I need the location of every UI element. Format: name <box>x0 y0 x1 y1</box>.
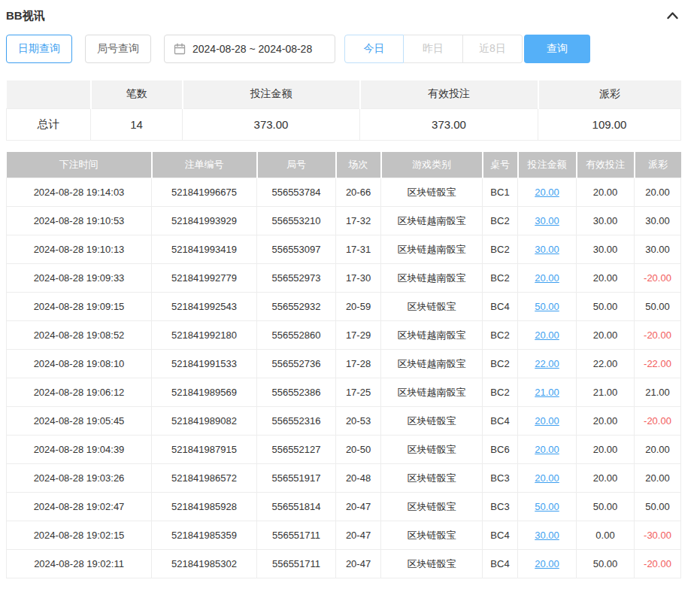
payout-cell: -30.00 <box>635 521 681 550</box>
bet-time-cell: 2024-08-28 19:08:10 <box>7 350 152 378</box>
col-header-session: 场次 <box>336 152 381 178</box>
col-header-bet-time: 下注时间 <box>7 152 152 178</box>
game-type-cell: 区块链越南骰宝 <box>381 378 483 407</box>
table-number-cell: BC2 <box>483 235 518 264</box>
col-header-table-number: 桌号 <box>483 152 518 178</box>
col-header-round-number: 局号 <box>257 152 336 178</box>
valid-bet-cell: 50.00 <box>577 493 635 521</box>
filter-bar: 日期查询 局号查询 2024-08-28 ~ 2024-08-28 今日 昨日 … <box>6 35 688 63</box>
bet-amount-link[interactable]: 50.00 <box>518 293 577 321</box>
game-type-cell: 区块链越南骰宝 <box>381 350 483 378</box>
last8days-button[interactable]: 近8日 <box>463 35 523 63</box>
table-row: 2024-08-28 19:02:47 521841985928 5565518… <box>7 493 681 521</box>
valid-bet-cell: 20.00 <box>577 321 635 350</box>
bet-amount-link[interactable]: 30.00 <box>518 207 577 235</box>
today-button[interactable]: 今日 <box>344 35 404 63</box>
bet-amount-link[interactable]: 20.00 <box>518 264 577 293</box>
bet-amount-link[interactable]: 21.00 <box>518 378 577 407</box>
table-number-cell: BC4 <box>483 407 518 436</box>
game-type-cell: 区块链越南骰宝 <box>381 207 483 235</box>
round-query-button[interactable]: 局号查询 <box>85 35 151 63</box>
session-cell: 17-32 <box>336 207 381 235</box>
bet-time-cell: 2024-08-28 19:06:12 <box>7 378 152 407</box>
bet-amount-link[interactable]: 22.00 <box>518 350 577 378</box>
date-range-input[interactable]: 2024-08-28 ~ 2024-08-28 <box>164 35 335 63</box>
date-query-button[interactable]: 日期查询 <box>6 35 72 63</box>
table-row: 2024-08-28 19:02:11 521841985302 5565517… <box>7 550 681 578</box>
summary-count-value: 14 <box>91 108 183 140</box>
bet-time-cell: 2024-08-28 19:02:47 <box>7 493 152 521</box>
order-number-cell: 521841993419 <box>152 235 257 264</box>
bet-time-cell: 2024-08-28 19:02:11 <box>7 550 152 578</box>
session-cell: 20-66 <box>336 178 381 207</box>
chevron-up-icon <box>666 11 679 21</box>
bet-amount-link[interactable]: 20.00 <box>518 436 577 464</box>
order-number-cell: 521841992779 <box>152 264 257 293</box>
col-header-game-type: 游戏类别 <box>381 152 483 178</box>
table-row: 2024-08-28 19:08:52 521841992180 5565528… <box>7 321 681 350</box>
order-number-cell: 521841992180 <box>152 321 257 350</box>
table-number-cell: BC3 <box>483 493 518 521</box>
collapse-button[interactable] <box>665 9 680 23</box>
session-cell: 20-48 <box>336 464 381 493</box>
search-button[interactable]: 查询 <box>524 35 590 63</box>
summary-header-row: 笔数 投注金额 有效投注 派彩 <box>7 80 681 108</box>
bet-amount-link[interactable]: 20.00 <box>518 550 577 578</box>
round-number-cell: 556553210 <box>257 207 336 235</box>
table-row: 2024-08-28 19:02:15 521841985359 5565517… <box>7 521 681 550</box>
bet-amount-link[interactable]: 20.00 <box>518 178 577 207</box>
table-number-cell: BC2 <box>483 321 518 350</box>
game-type-cell: 区块链越南骰宝 <box>381 264 483 293</box>
payout-cell: -20.00 <box>635 321 681 350</box>
page-title: BB视讯 <box>6 9 45 23</box>
order-number-cell: 521841985928 <box>152 493 257 521</box>
valid-bet-cell: 30.00 <box>577 235 635 264</box>
payout-cell: 20.00 <box>635 178 681 207</box>
table-number-cell: BC1 <box>483 178 518 207</box>
col-header-valid-bet: 有效投注 <box>577 152 635 178</box>
quick-date-group: 今日 昨日 近8日 <box>344 35 523 63</box>
payout-cell: -20.00 <box>635 264 681 293</box>
bet-amount-link[interactable]: 30.00 <box>518 521 577 550</box>
game-type-cell: 区块链骰宝 <box>381 407 483 436</box>
records-table: 下注时间 注单编号 局号 场次 游戏类别 桌号 投注金额 有效投注 派彩 202… <box>6 152 681 579</box>
session-cell: 17-25 <box>336 378 381 407</box>
table-number-cell: BC2 <box>483 264 518 293</box>
valid-bet-cell: 22.00 <box>577 350 635 378</box>
bet-amount-link[interactable]: 50.00 <box>518 493 577 521</box>
summary-valid-bet-value: 373.00 <box>360 108 538 140</box>
session-cell: 17-29 <box>336 321 381 350</box>
summary-col-empty <box>7 80 91 108</box>
summary-col-bet-amount: 投注金额 <box>183 80 360 108</box>
round-number-cell: 556552932 <box>257 293 336 321</box>
summary-col-count: 笔数 <box>91 80 183 108</box>
round-number-cell: 556551917 <box>257 464 336 493</box>
round-number-cell: 556552736 <box>257 350 336 378</box>
game-type-cell: 区块链骰宝 <box>381 550 483 578</box>
valid-bet-cell: 50.00 <box>577 293 635 321</box>
bet-amount-link[interactable]: 30.00 <box>518 235 577 264</box>
table-row: 2024-08-28 19:09:15 521841992543 5565529… <box>7 293 681 321</box>
valid-bet-cell: 20.00 <box>577 178 635 207</box>
summary-total-label: 总计 <box>7 108 91 140</box>
bet-time-cell: 2024-08-28 19:03:26 <box>7 464 152 493</box>
date-range-value: 2024-08-28 ~ 2024-08-28 <box>192 43 312 55</box>
col-header-payout: 派彩 <box>635 152 681 178</box>
session-cell: 17-31 <box>336 235 381 264</box>
round-number-cell: 556551711 <box>257 550 336 578</box>
summary-table: 笔数 投注金额 有效投注 派彩 总计 14 373.00 373.00 109.… <box>6 80 681 141</box>
bet-amount-link[interactable]: 20.00 <box>518 321 577 350</box>
bet-amount-link[interactable]: 20.00 <box>518 464 577 493</box>
payout-cell: 30.00 <box>635 207 681 235</box>
game-type-cell: 区块链越南骰宝 <box>381 321 483 350</box>
summary-bet-amount-value: 373.00 <box>183 108 360 140</box>
table-row: 2024-08-28 19:03:26 521841986572 5565519… <box>7 464 681 493</box>
bet-time-cell: 2024-08-28 19:09:15 <box>7 293 152 321</box>
bet-time-cell: 2024-08-28 19:09:33 <box>7 264 152 293</box>
bet-amount-link[interactable]: 20.00 <box>518 407 577 436</box>
payout-cell: 30.00 <box>635 235 681 264</box>
summary-row: 总计 14 373.00 373.00 109.00 <box>7 108 681 140</box>
yesterday-button[interactable]: 昨日 <box>404 35 463 63</box>
table-row: 2024-08-28 19:09:33 521841992779 5565529… <box>7 264 681 293</box>
payout-cell: -22.00 <box>635 350 681 378</box>
